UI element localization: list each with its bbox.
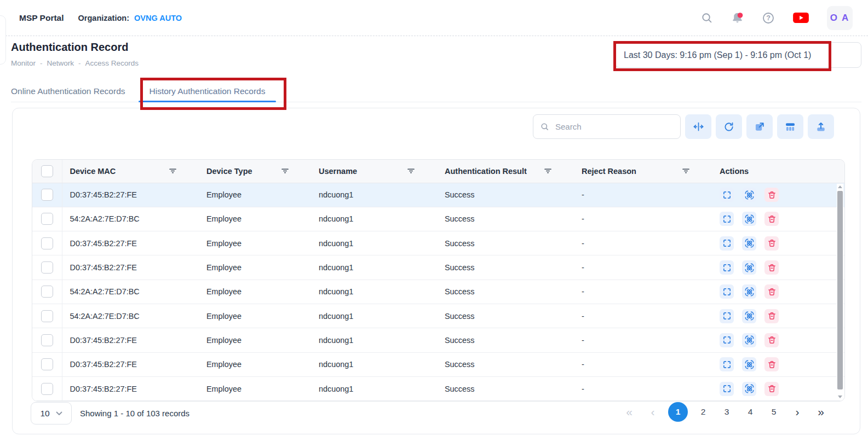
delete-button[interactable] bbox=[764, 236, 779, 251]
delete-button[interactable] bbox=[764, 284, 779, 299]
details-button[interactable] bbox=[742, 188, 756, 202]
refresh-button[interactable] bbox=[716, 114, 742, 139]
scrollbar-up-arrow[interactable] bbox=[838, 185, 842, 188]
row-checkbox[interactable] bbox=[41, 334, 53, 346]
row-checkbox[interactable] bbox=[41, 310, 53, 322]
select-all-cell bbox=[32, 160, 62, 183]
date-range-picker[interactable]: Last 30 Days: 9:16 pm (Sep 1) - 9:16 pm … bbox=[615, 42, 861, 68]
tab[interactable]: Online Authentication Records bbox=[11, 80, 137, 102]
breadcrumb-item[interactable]: - Monitor bbox=[11, 59, 36, 67]
details-button[interactable] bbox=[742, 212, 756, 226]
pagination-page-button[interactable]: 4 bbox=[742, 402, 758, 422]
filter-icon[interactable] bbox=[682, 167, 690, 175]
table-row: 54:2A:A2:7E:D7:BC Employee ndcuong1 Succ… bbox=[32, 207, 844, 231]
details-button[interactable] bbox=[742, 309, 756, 323]
expand-icon bbox=[722, 311, 732, 321]
details-button[interactable] bbox=[742, 357, 756, 371]
pagination-page-button[interactable]: 3 bbox=[718, 402, 735, 422]
delete-button[interactable] bbox=[764, 188, 779, 202]
scrollbar-thumb[interactable] bbox=[837, 191, 843, 389]
open-in-new-button[interactable] bbox=[746, 114, 773, 139]
qr-details-icon bbox=[744, 335, 755, 345]
delete-button[interactable] bbox=[764, 212, 779, 226]
refresh-icon bbox=[723, 121, 734, 132]
expand-button[interactable] bbox=[720, 357, 734, 371]
details-button[interactable] bbox=[742, 382, 756, 396]
cell-auth-result: Success bbox=[437, 255, 574, 280]
row-checkbox[interactable] bbox=[41, 189, 53, 201]
row-checkbox[interactable] bbox=[41, 383, 53, 395]
page-header: Authentication Record - Monitor - Networ… bbox=[0, 36, 868, 80]
filter-icon[interactable] bbox=[169, 167, 177, 175]
cell-device-mac: D0:37:45:B2:27:FE bbox=[62, 255, 199, 280]
page-size-select[interactable]: 10 bbox=[31, 402, 72, 424]
details-button[interactable] bbox=[742, 260, 756, 275]
delete-button[interactable] bbox=[764, 357, 779, 371]
details-button[interactable] bbox=[742, 236, 756, 251]
column-header: Device Type bbox=[199, 160, 311, 183]
delete-button[interactable] bbox=[764, 382, 779, 396]
sidebar-edge bbox=[0, 15, 6, 65]
pagination-first-button[interactable]: « bbox=[621, 402, 637, 422]
cell-device-type: Employee bbox=[199, 376, 311, 400]
cell-auth-result: Success bbox=[437, 376, 574, 400]
cell-actions bbox=[712, 183, 844, 207]
export-button[interactable] bbox=[808, 114, 834, 139]
pagination-last-button[interactable]: » bbox=[813, 402, 829, 422]
expand-button[interactable] bbox=[720, 188, 734, 202]
columns-button[interactable] bbox=[777, 114, 803, 139]
pagination-page-button[interactable]: 5 bbox=[766, 402, 782, 422]
row-checkbox[interactable] bbox=[41, 358, 53, 370]
expand-button[interactable] bbox=[720, 333, 734, 347]
row-checkbox[interactable] bbox=[41, 261, 53, 274]
expand-icon bbox=[722, 190, 732, 200]
filter-icon[interactable] bbox=[407, 167, 415, 175]
cell-actions bbox=[712, 328, 844, 352]
breadcrumb-item[interactable]: - Network bbox=[36, 59, 74, 67]
expand-icon bbox=[722, 335, 732, 345]
expand-button[interactable] bbox=[720, 212, 734, 226]
select-all-checkbox[interactable] bbox=[41, 165, 53, 177]
organization-link[interactable]: OVNG AUTO bbox=[134, 14, 182, 22]
avatar[interactable]: O A bbox=[827, 6, 853, 30]
breadcrumb-item[interactable]: - Access Records bbox=[74, 59, 139, 67]
expand-button[interactable] bbox=[720, 382, 734, 396]
trash-icon bbox=[767, 335, 777, 345]
cell-actions bbox=[712, 352, 844, 376]
youtube-icon[interactable] bbox=[792, 11, 809, 24]
cell-auth-result: Success bbox=[437, 328, 574, 352]
filter-icon[interactable] bbox=[544, 167, 552, 175]
scrollbar-down-arrow[interactable] bbox=[838, 396, 842, 398]
fit-columns-button[interactable] bbox=[685, 114, 711, 139]
pagination-page-button[interactable]: 2 bbox=[695, 402, 711, 422]
tab[interactable]: History Authentication Records bbox=[137, 80, 278, 102]
row-checkbox[interactable] bbox=[41, 213, 53, 225]
expand-button[interactable] bbox=[720, 236, 734, 251]
notifications-bell-icon[interactable] bbox=[731, 11, 744, 25]
search-input[interactable] bbox=[554, 121, 674, 132]
search-box[interactable] bbox=[533, 114, 681, 139]
pagination-next-button[interactable]: › bbox=[789, 402, 806, 422]
search-icon[interactable] bbox=[700, 11, 713, 24]
delete-button[interactable] bbox=[764, 309, 779, 323]
cell-device-type: Employee bbox=[199, 207, 311, 231]
delete-button[interactable] bbox=[764, 260, 779, 275]
expand-button[interactable] bbox=[720, 309, 734, 323]
row-checkbox[interactable] bbox=[41, 237, 53, 249]
pagination-prev-button[interactable]: ‹ bbox=[645, 402, 661, 422]
cell-auth-result: Success bbox=[437, 183, 574, 207]
delete-button[interactable] bbox=[764, 333, 779, 347]
table-scrollbar[interactable] bbox=[837, 184, 843, 400]
expand-button[interactable] bbox=[720, 260, 734, 275]
search-input-icon bbox=[540, 122, 549, 131]
filter-icon[interactable] bbox=[281, 167, 289, 175]
details-button[interactable] bbox=[742, 284, 756, 299]
help-icon[interactable]: ? bbox=[762, 11, 775, 25]
cell-username: ndcuong1 bbox=[311, 183, 437, 207]
details-button[interactable] bbox=[742, 333, 756, 347]
expand-button[interactable] bbox=[720, 284, 734, 299]
pagination-page-button[interactable]: 1 bbox=[668, 402, 688, 422]
row-checkbox[interactable] bbox=[41, 286, 53, 298]
cell-actions bbox=[712, 280, 844, 304]
expand-icon bbox=[722, 360, 732, 369]
